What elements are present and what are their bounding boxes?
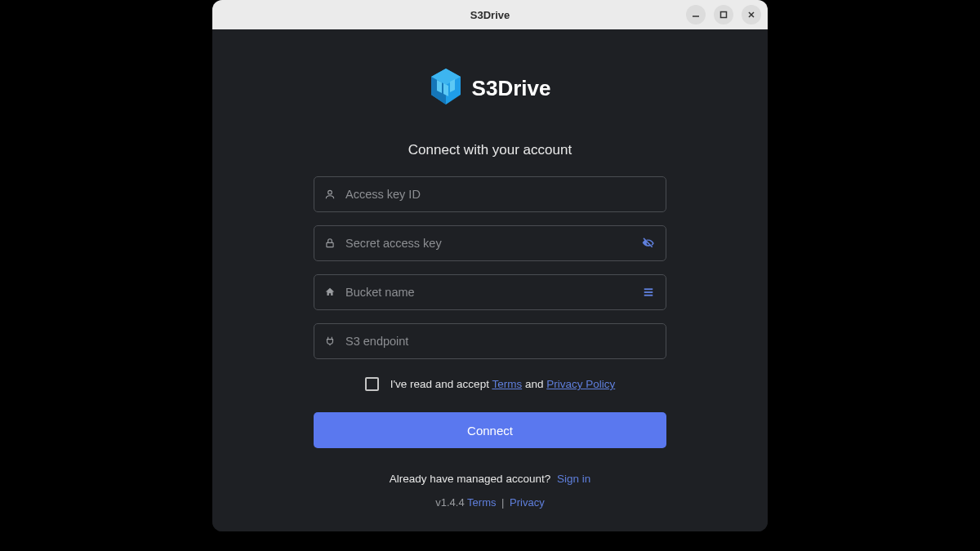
terms-link[interactable]: Terms <box>492 378 522 390</box>
consent-text: I've read and accept Terms and Privacy P… <box>390 378 616 390</box>
svg-rect-1 <box>721 12 727 18</box>
maximize-button[interactable] <box>714 5 733 24</box>
consent-checkbox[interactable] <box>365 377 379 391</box>
window-controls <box>686 5 761 24</box>
plug-icon <box>324 335 336 347</box>
home-icon <box>324 287 336 298</box>
minimize-button[interactable] <box>686 5 706 24</box>
footer-privacy-link[interactable]: Privacy <box>510 496 545 509</box>
lock-icon <box>324 238 336 249</box>
secret-key-input[interactable] <box>345 237 641 250</box>
already-have-account: Already have managed account? Sign in <box>390 473 590 485</box>
app-window: S3Drive <box>212 0 768 531</box>
access-key-input[interactable] <box>345 188 656 201</box>
app-logo-icon <box>430 69 462 108</box>
bucket-name-input[interactable] <box>345 286 641 299</box>
secret-key-field[interactable] <box>314 225 666 261</box>
bucket-name-field[interactable] <box>314 274 666 310</box>
close-button[interactable] <box>742 5 761 24</box>
window-title: S3Drive <box>470 9 510 21</box>
svg-point-10 <box>328 190 332 194</box>
footer: v1.4.4 Terms | Privacy <box>435 496 544 509</box>
svg-rect-11 <box>327 242 333 247</box>
user-icon <box>324 189 336 200</box>
footer-terms-link[interactable]: Terms <box>467 496 496 509</box>
visibility-off-icon[interactable] <box>641 236 656 251</box>
list-icon[interactable] <box>641 285 656 300</box>
endpoint-field[interactable] <box>314 323 666 359</box>
consent-row: I've read and accept Terms and Privacy P… <box>314 377 666 391</box>
access-key-field[interactable] <box>314 176 666 212</box>
content: S3Drive Connect with your account <box>212 29 768 531</box>
version-label: v1.4.4 <box>435 496 464 509</box>
endpoint-input[interactable] <box>345 335 656 348</box>
logo-row: S3Drive <box>430 69 551 108</box>
connection-form: I've read and accept Terms and Privacy P… <box>314 176 666 448</box>
connect-button[interactable]: Connect <box>314 412 666 448</box>
titlebar: S3Drive <box>212 0 768 29</box>
app-name: S3Drive <box>472 76 551 101</box>
sign-in-link[interactable]: Sign in <box>557 473 590 485</box>
privacy-policy-link[interactable]: Privacy Policy <box>546 378 615 390</box>
form-heading: Connect with your account <box>408 142 572 158</box>
